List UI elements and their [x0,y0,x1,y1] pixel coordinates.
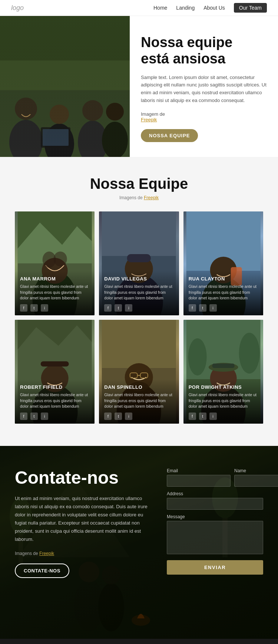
instagram-icon[interactable]: i [125,304,132,312]
card-description: Glavi amet ritnisi libero molestie ante … [104,284,173,301]
hero-credit-link[interactable]: Freepik [141,117,157,122]
facebook-icon[interactable]: f [104,413,112,420]
team-card-5: DAN SPINELLO Glavi amet ritnisi libero m… [99,320,179,424]
card-overlay: ROBERT FIFIELD Glavi amet ritnisi libero… [15,379,95,424]
card-description: Glavi amet ritnisi libero molestie ante … [20,392,89,410]
svg-rect-13 [0,16,130,157]
card-overlay: DAN SPINELLO Glavi amet ritnisi libero m… [99,379,179,424]
card-name: POR DWIGHT ATKINS [189,384,258,390]
twitter-icon[interactable]: t [30,413,38,420]
team-card-3: RUA CLAYTON Glavi amet ritnisi libero mo… [183,211,263,315]
hero-button[interactable]: NOSSA EQUIPE [141,129,198,142]
card-name: DAVID VILLEGAS [104,276,173,282]
hero-image [0,16,130,157]
card-description: Glavi amet ritnisi libero molestie ante … [104,392,173,410]
contact-button[interactable]: CONTATE-NOS [15,564,69,578]
team-section: Nossa Equipe Imagens de Freepik ANA MARR… [0,157,278,446]
instagram-icon[interactable]: i [209,304,217,312]
team-card-2: DAVID VILLEGAS Glavi amet ritnisi libero… [99,211,179,315]
name-input[interactable] [234,475,278,487]
svg-point-20 [54,252,67,266]
card-social: f t i [189,413,258,420]
contact-credit-link[interactable]: Freepik [39,551,54,556]
twitter-icon[interactable]: t [115,413,122,420]
twitter-icon[interactable]: t [115,304,122,312]
facebook-icon[interactable]: f [104,304,112,312]
card-name: ANA MARROM [20,276,89,282]
card-social: f t i [104,413,173,420]
twitter-icon[interactable]: t [199,304,206,312]
address-label: Address [167,491,263,496]
submit-button[interactable]: ENVIAR [167,560,263,575]
contact-title: Contate-nos [15,468,152,488]
name-label: Name [234,468,278,473]
team-card-6: POR DWIGHT ATKINS Glavi amet ritnisi lib… [183,320,263,424]
card-overlay: RUA CLAYTON Glavi amet ritnisi libero mo… [183,271,263,315]
navbar: logo Home Landing About Us Our Team [0,0,278,16]
team-credit: Imagens de Freepik [15,195,263,200]
footer: Sample text. Click to select the Text El… [0,639,278,644]
hero-credit: Imagem de Freepik [141,111,267,122]
svg-point-45 [188,338,206,375]
card-overlay: POR DWIGHT ATKINS Glavi amet ritnisi lib… [183,379,263,424]
nav-home[interactable]: Home [153,5,167,11]
team-card-1: ANA MARROM Glavi amet ritnisi libero mol… [15,211,95,315]
instagram-icon[interactable]: i [125,413,132,420]
hero-content: Nossa equipeestá ansiosa Sample text. Lo… [130,16,278,157]
contact-left: Contate-nos Ut enim ad minim veniam, qui… [15,468,152,578]
message-input[interactable] [167,521,263,554]
facebook-icon[interactable]: f [20,304,27,312]
instagram-icon[interactable]: i [41,413,48,420]
svg-rect-22 [102,211,176,256]
facebook-icon[interactable]: f [189,304,196,312]
card-description: Glavi amet ritnisi libero molestie ante … [189,392,258,410]
svg-rect-35 [41,361,69,367]
twitter-icon[interactable]: t [199,413,206,420]
instagram-icon[interactable]: i [209,413,217,420]
contact-form: Email Name Address Message ENVIAR [167,468,263,578]
card-description: Glavi amet ritnisi libero molestie ante … [20,284,89,301]
team-credit-link[interactable]: Freepik [144,195,159,200]
nav-our-team[interactable]: Our Team [234,3,267,13]
card-name: ROBERT FIFIELD [20,384,89,390]
team-title: Nossa Equipe [15,175,263,192]
instagram-icon[interactable]: i [41,304,48,312]
hero-title: Nossa equipeestá ansiosa [141,34,267,67]
contact-text: Ut enim ad minim veniam, quis nostrud ex… [15,494,152,544]
card-social: f t i [189,304,258,312]
hero-section: Nossa equipeestá ansiosa Sample text. Lo… [0,16,278,157]
hero-description: Sample text. Lorem ipsum dolor sit amet,… [141,74,267,105]
message-label: Message [167,514,263,519]
contact-credit: Imagens de Freepik [15,551,152,556]
twitter-icon[interactable]: t [30,304,38,312]
svg-rect-25 [127,254,151,262]
card-description: Glavi amet ritnisi libero molestie ante … [189,284,258,301]
nav-landing[interactable]: Landing [176,5,195,11]
card-name: DAN SPINELLO [104,384,173,390]
card-social: f t i [104,304,173,312]
card-overlay: ANA MARROM Glavi amet ritnisi libero mol… [15,271,95,315]
svg-rect-37 [102,320,176,368]
svg-point-46 [239,333,259,374]
logo: logo [11,4,24,12]
card-overlay: DAVID VILLEGAS Glavi amet ritnisi libero… [99,271,179,315]
email-label: Email [167,468,231,473]
card-social: f t i [20,413,89,420]
team-grid: ANA MARROM Glavi amet ritnisi libero mol… [15,211,263,424]
facebook-icon[interactable]: f [20,413,27,420]
team-card-4: ROBERT FIFIELD Glavi amet ritnisi libero… [15,320,95,424]
card-name: RUA CLAYTON [189,276,258,282]
card-social: f t i [20,304,89,312]
svg-rect-51 [212,364,234,368]
email-input[interactable] [167,475,231,487]
address-input[interactable] [167,498,263,510]
nav-links: Home Landing About Us Our Team [153,3,267,13]
facebook-icon[interactable]: f [189,413,196,420]
nav-about[interactable]: About Us [203,5,225,11]
contact-section: Contate-nos Ut enim ad minim veniam, qui… [0,446,278,639]
svg-point-56 [98,583,124,631]
